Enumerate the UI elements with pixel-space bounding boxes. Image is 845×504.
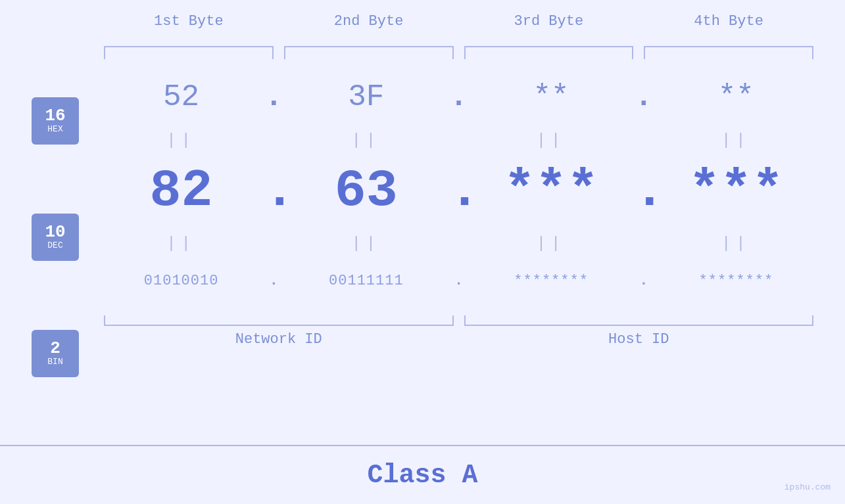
base-bin-label: 2 BIN	[32, 330, 79, 377]
bin-dot-1: .	[264, 273, 283, 289]
hex-value-2: 3F	[283, 80, 448, 114]
hex-dot-2: .	[449, 80, 469, 114]
host-id-label: Host ID	[608, 331, 669, 348]
class-label: Class A	[367, 461, 477, 490]
dec-value-1: 82	[99, 161, 264, 221]
dec-dot-1: .	[264, 161, 283, 221]
hex-dot-3: .	[634, 80, 654, 114]
eq-dec-3: ||	[469, 235, 634, 252]
host-id-bracket	[464, 315, 814, 326]
bin-dot-3: .	[634, 273, 654, 289]
byte-header-3: 3rd Byte	[459, 13, 639, 30]
bin-value-4: ********	[654, 273, 819, 289]
dec-dot-3: .	[634, 161, 654, 221]
byte-header-4: 4th Byte	[639, 13, 819, 30]
base-hex-label: 16 HEX	[32, 97, 79, 145]
byte-header-2: 2nd Byte	[279, 13, 459, 30]
network-id-bracket	[104, 315, 454, 326]
bin-value-2: 00111111	[283, 273, 448, 289]
eq-dec-4: ||	[654, 235, 819, 252]
network-id-label: Network ID	[235, 331, 322, 348]
dec-value-4: ***	[654, 161, 819, 221]
bin-dot-2: .	[449, 273, 469, 289]
bracket-byte-3	[464, 46, 634, 59]
eq-dec-2: ||	[283, 235, 448, 252]
hex-value-4: **	[654, 80, 819, 114]
bracket-byte-1	[104, 46, 274, 59]
base-dec-label: 10 DEC	[32, 214, 79, 261]
hex-dot-1: .	[264, 80, 283, 114]
eq-hex-4: ||	[654, 131, 819, 149]
bracket-byte-2	[284, 46, 454, 59]
bracket-byte-4	[644, 46, 813, 59]
dec-value-3: ***	[469, 161, 634, 221]
bin-value-1: 01010010	[99, 273, 264, 289]
eq-hex-1: ||	[99, 131, 264, 149]
hex-value-3: **	[469, 80, 634, 114]
eq-hex-2: ||	[283, 131, 448, 149]
eq-dec-1: ||	[99, 235, 264, 252]
dec-dot-2: .	[449, 161, 469, 221]
class-section: Class A	[0, 445, 845, 504]
dec-value-2: 63	[283, 161, 448, 221]
byte-header-1: 1st Byte	[99, 13, 279, 30]
watermark: ipshu.com	[785, 482, 831, 492]
hex-value-1: 52	[99, 80, 264, 114]
eq-hex-3: ||	[469, 131, 634, 149]
bin-value-3: ********	[469, 273, 634, 289]
